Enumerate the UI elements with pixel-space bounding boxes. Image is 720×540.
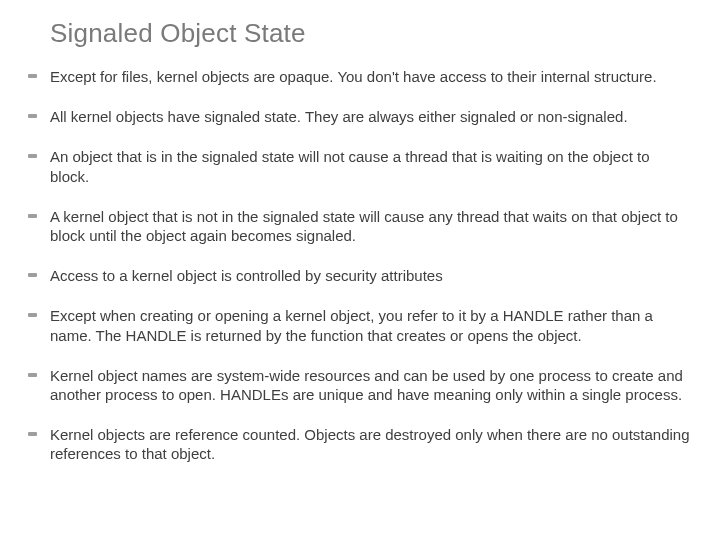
list-item: Kernel objects are reference counted. Ob… (28, 425, 692, 463)
list-item: Kernel object names are system-wide reso… (28, 366, 692, 404)
slide: Signaled Object State Except for files, … (0, 0, 720, 540)
list-item: A kernel object that is not in the signa… (28, 207, 692, 245)
list-item: An object that is in the signaled state … (28, 147, 692, 185)
list-item: Except for files, kernel objects are opa… (28, 67, 692, 86)
list-item: Except when creating or opening a kernel… (28, 306, 692, 344)
list-item: All kernel objects have signaled state. … (28, 107, 692, 126)
page-title: Signaled Object State (50, 18, 692, 49)
bullet-list: Except for files, kernel objects are opa… (28, 67, 692, 463)
list-item: Access to a kernel object is controlled … (28, 266, 692, 285)
